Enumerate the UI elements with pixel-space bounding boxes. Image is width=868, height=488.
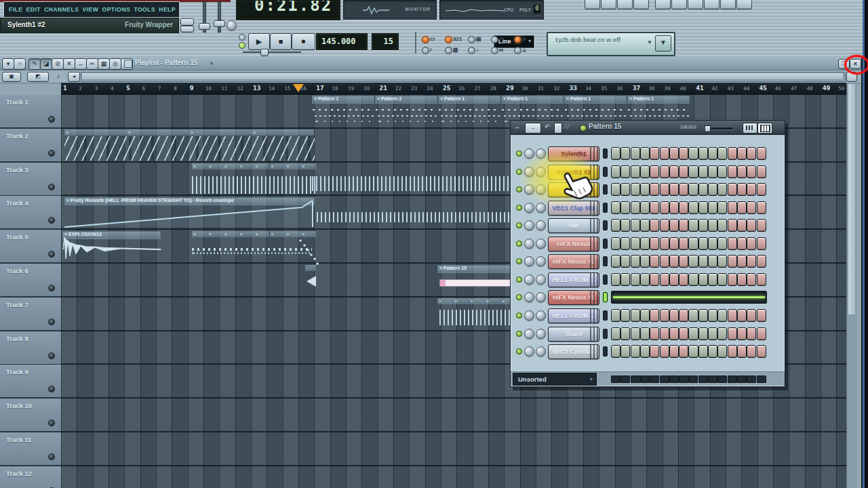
step-button[interactable] (650, 273, 659, 286)
step-button[interactable] (737, 345, 747, 358)
step-button[interactable] (669, 219, 679, 232)
step-button[interactable] (688, 309, 698, 322)
clip-close-icon[interactable]: × (64, 232, 67, 237)
clip-header-cell[interactable]: × (189, 129, 252, 136)
step-button[interactable] (708, 183, 717, 196)
shortcut-button[interactable] (688, 0, 703, 9)
step-button[interactable] (717, 345, 727, 358)
step-button[interactable] (757, 345, 766, 358)
step-button[interactable] (631, 309, 640, 322)
step-button[interactable] (640, 183, 650, 196)
track-header-8[interactable]: Track 8 (0, 331, 61, 365)
step-button[interactable] (688, 219, 698, 232)
slip-tool-icon[interactable]: ↔ (75, 58, 87, 70)
step-button[interactable] (688, 165, 698, 178)
step-button[interactable] (620, 147, 630, 160)
ruler-bar-number[interactable]: 28 (490, 85, 496, 92)
step-button[interactable] (717, 165, 727, 178)
step-button[interactable] (757, 219, 766, 232)
step-button[interactable] (650, 165, 659, 178)
step-button[interactable] (631, 327, 640, 340)
clip-header-strip[interactable] (305, 265, 316, 271)
step-button[interactable] (698, 309, 708, 322)
scroll-left-button[interactable]: ◄ (68, 72, 80, 82)
step-button[interactable] (620, 255, 630, 268)
menu-item-options[interactable]: OPTIONS (102, 6, 131, 13)
step-button[interactable] (650, 327, 659, 340)
pattern15-clip[interactable]: ×Pattern 15 × (437, 265, 517, 296)
ruler-bar-number[interactable]: 24 (427, 85, 433, 92)
step-button[interactable] (737, 183, 747, 196)
shuffle-slider[interactable] (243, 52, 301, 53)
toggle-led-row2-5[interactable] (514, 47, 521, 54)
track-header-1[interactable]: Track 1 (0, 95, 61, 129)
step-button[interactable] (728, 201, 737, 214)
step-button[interactable] (688, 237, 698, 250)
channel-button[interactable]: Sylenth1 (548, 146, 599, 161)
shortcut-button[interactable] (655, 0, 671, 9)
ruler-bar-number[interactable]: 35 (601, 85, 607, 92)
hint-dropdown-icon[interactable]: ▼ (647, 39, 652, 45)
step-button[interactable] (757, 309, 766, 322)
shortcut-button[interactable] (704, 0, 719, 9)
step-button[interactable] (640, 219, 650, 232)
step-button[interactable] (747, 345, 756, 358)
ruler-bar-number[interactable]: 49 (823, 84, 830, 92)
step-button[interactable] (611, 255, 620, 268)
track-led[interactable] (48, 453, 55, 460)
toggle-led-row1-4[interactable] (491, 36, 498, 43)
clip-header-cell[interactable]: × (254, 231, 270, 237)
step-button[interactable] (698, 219, 708, 232)
channel-button[interactable]: HELL-FROM ... (548, 272, 599, 287)
channel-button[interactable]: VEC1 Cymba... (548, 344, 599, 359)
step-button[interactable] (611, 309, 620, 322)
clip-close-icon[interactable]: × (314, 96, 317, 101)
pan-knob[interactable] (524, 256, 534, 266)
playlist-titlebar[interactable]: ▾∩✎◪⊘✕↔✂▦◎◄ Playlist - Pattern 15 ▾ ❐ × (0, 57, 861, 70)
ruler-bar-number[interactable]: 22 (395, 85, 401, 92)
step-button[interactable] (688, 147, 698, 160)
ruler-bar-number[interactable]: 3 (95, 85, 98, 92)
step-button[interactable] (698, 183, 708, 196)
track-header-11[interactable]: Track 11 (0, 432, 61, 466)
step-button[interactable] (728, 237, 737, 250)
step-button[interactable] (620, 201, 630, 214)
toggle-led-row1-3[interactable] (468, 36, 475, 43)
ruler-bar-number[interactable]: 11 (221, 85, 227, 92)
record-button[interactable]: ● (292, 33, 315, 50)
shuffle-slider-handle[interactable] (260, 49, 269, 56)
step-button[interactable] (747, 309, 756, 322)
clip-header-cell[interactable]: × (285, 231, 300, 237)
undo-icon[interactable]: ↶ (545, 123, 550, 130)
step-button[interactable] (631, 345, 640, 358)
pan-knob[interactable] (524, 346, 534, 357)
ruler-bar-number[interactable]: 27 (475, 85, 481, 92)
step-button[interactable] (708, 219, 717, 232)
step-button[interactable] (669, 183, 679, 196)
ruler-bar-number[interactable]: 2 (79, 85, 82, 92)
step-button[interactable] (679, 327, 688, 340)
step-button[interactable] (660, 237, 669, 250)
toggle-led-row1-2[interactable] (445, 36, 452, 43)
step-button[interactable] (620, 273, 630, 286)
step-button[interactable] (717, 327, 727, 340)
master-pitch-handle[interactable] (214, 20, 225, 27)
ruler-bar-number[interactable]: 40 (680, 85, 686, 92)
step-button[interactable] (611, 201, 620, 214)
step-button[interactable] (728, 327, 737, 340)
ruler-bar-number[interactable]: 44 (743, 85, 749, 92)
clip-header-cell[interactable]: × (192, 163, 208, 169)
clip-close-icon[interactable]: × (503, 96, 506, 101)
toggle-led-row2-1[interactable] (422, 47, 429, 54)
step-button[interactable] (698, 147, 708, 160)
step-button[interactable] (620, 237, 630, 250)
step-button[interactable] (631, 147, 640, 160)
step-button[interactable] (669, 309, 679, 322)
select-tool-icon[interactable]: ▦ (98, 58, 110, 70)
step-button[interactable] (708, 147, 717, 160)
rack-pattern-title[interactable]: Pattern 15 (589, 123, 621, 130)
track-led[interactable] (48, 116, 55, 123)
step-button[interactable] (669, 201, 679, 214)
step-button[interactable] (660, 201, 669, 214)
ruler-bar-number[interactable]: 26 (458, 85, 465, 92)
